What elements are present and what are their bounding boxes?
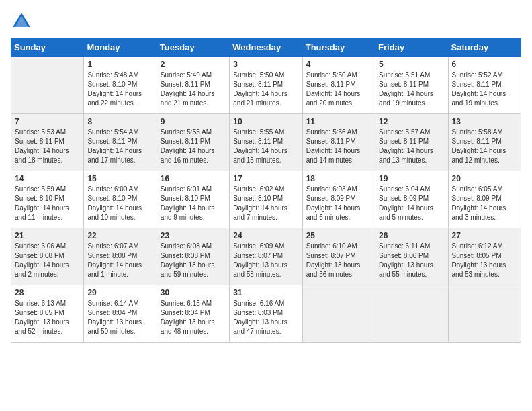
calendar-day-cell: 17 Sunrise: 6:02 AM Sunset: 8:10 PM Dayl… (230, 171, 302, 228)
calendar-day-cell (302, 285, 375, 342)
calendar-day-cell: 25 Sunrise: 6:10 AM Sunset: 8:07 PM Dayl… (302, 228, 375, 285)
day-number: 17 (233, 174, 298, 183)
calendar-day-cell: 8 Sunrise: 5:54 AM Sunset: 8:11 PM Dayli… (84, 114, 157, 171)
calendar-day-cell: 9 Sunrise: 5:55 AM Sunset: 8:11 PM Dayli… (157, 114, 229, 171)
day-number: 13 (452, 117, 517, 126)
calendar-day-cell: 28 Sunrise: 6:13 AM Sunset: 8:05 PM Dayl… (11, 285, 84, 342)
day-info: Sunrise: 5:48 AM Sunset: 8:10 PM Dayligh… (87, 71, 152, 108)
day-number: 14 (15, 174, 80, 183)
day-number: 19 (379, 174, 444, 183)
page-header (11, 11, 521, 32)
calendar-day-cell: 14 Sunrise: 5:59 AM Sunset: 8:10 PM Dayl… (11, 171, 84, 228)
day-info: Sunrise: 6:15 AM Sunset: 8:04 PM Dayligh… (161, 299, 226, 336)
weekday-header: Thursday (302, 38, 375, 57)
day-number: 8 (87, 117, 152, 126)
calendar-day-cell: 2 Sunrise: 5:49 AM Sunset: 8:11 PM Dayli… (157, 57, 229, 114)
day-info: Sunrise: 6:00 AM Sunset: 8:10 PM Dayligh… (87, 185, 152, 222)
day-number: 21 (15, 231, 80, 240)
day-info: Sunrise: 6:07 AM Sunset: 8:08 PM Dayligh… (87, 242, 152, 279)
calendar-day-cell: 4 Sunrise: 5:50 AM Sunset: 8:11 PM Dayli… (302, 57, 375, 114)
calendar-day-cell (11, 57, 84, 114)
day-number: 25 (306, 231, 371, 240)
calendar-week-row: 21 Sunrise: 6:06 AM Sunset: 8:08 PM Dayl… (11, 228, 521, 285)
calendar-day-cell: 20 Sunrise: 6:05 AM Sunset: 8:09 PM Dayl… (448, 171, 521, 228)
day-number: 12 (379, 117, 444, 126)
day-number: 15 (87, 174, 152, 183)
calendar-week-row: 28 Sunrise: 6:13 AM Sunset: 8:05 PM Dayl… (11, 285, 521, 342)
day-info: Sunrise: 6:02 AM Sunset: 8:10 PM Dayligh… (233, 185, 298, 222)
day-info: Sunrise: 6:06 AM Sunset: 8:08 PM Dayligh… (15, 242, 80, 279)
calendar-day-cell: 24 Sunrise: 6:09 AM Sunset: 8:07 PM Dayl… (230, 228, 302, 285)
day-number: 6 (452, 60, 517, 69)
calendar-day-cell: 23 Sunrise: 6:08 AM Sunset: 8:08 PM Dayl… (157, 228, 229, 285)
calendar-day-cell: 29 Sunrise: 6:14 AM Sunset: 8:04 PM Dayl… (84, 285, 157, 342)
day-info: Sunrise: 6:03 AM Sunset: 8:09 PM Dayligh… (306, 185, 371, 222)
day-number: 10 (233, 117, 298, 126)
day-info: Sunrise: 5:55 AM Sunset: 8:11 PM Dayligh… (233, 128, 298, 165)
day-info: Sunrise: 5:57 AM Sunset: 8:11 PM Dayligh… (379, 128, 444, 165)
day-number: 5 (379, 60, 444, 69)
calendar-day-cell: 16 Sunrise: 6:01 AM Sunset: 8:10 PM Dayl… (157, 171, 229, 228)
day-info: Sunrise: 6:13 AM Sunset: 8:05 PM Dayligh… (15, 299, 80, 336)
day-info: Sunrise: 5:52 AM Sunset: 8:11 PM Dayligh… (452, 71, 517, 108)
day-number: 24 (233, 231, 298, 240)
calendar-day-cell: 15 Sunrise: 6:00 AM Sunset: 8:10 PM Dayl… (84, 171, 157, 228)
day-number: 4 (306, 60, 371, 69)
weekday-header: Friday (375, 38, 448, 57)
day-info: Sunrise: 6:08 AM Sunset: 8:08 PM Dayligh… (161, 242, 226, 279)
day-number: 27 (452, 231, 517, 240)
day-info: Sunrise: 5:50 AM Sunset: 8:11 PM Dayligh… (306, 71, 371, 108)
calendar-day-cell: 3 Sunrise: 5:50 AM Sunset: 8:11 PM Dayli… (230, 57, 302, 114)
day-info: Sunrise: 6:12 AM Sunset: 8:05 PM Dayligh… (452, 242, 517, 279)
day-info: Sunrise: 6:11 AM Sunset: 8:06 PM Dayligh… (379, 242, 444, 279)
day-info: Sunrise: 5:59 AM Sunset: 8:10 PM Dayligh… (15, 185, 80, 222)
day-info: Sunrise: 6:10 AM Sunset: 8:07 PM Dayligh… (306, 242, 371, 279)
day-number: 28 (15, 288, 80, 298)
day-info: Sunrise: 6:04 AM Sunset: 8:09 PM Dayligh… (379, 185, 444, 222)
calendar-table: SundayMondayTuesdayWednesdayThursdayFrid… (11, 38, 521, 342)
calendar-day-cell: 30 Sunrise: 6:15 AM Sunset: 8:04 PM Dayl… (157, 285, 229, 342)
day-info: Sunrise: 5:55 AM Sunset: 8:11 PM Dayligh… (161, 128, 226, 165)
calendar-day-cell (448, 285, 521, 342)
day-number: 26 (379, 231, 444, 240)
logo (11, 11, 35, 32)
day-number: 1 (87, 60, 152, 69)
day-info: Sunrise: 5:50 AM Sunset: 8:11 PM Dayligh… (233, 71, 298, 108)
day-number: 30 (161, 288, 226, 298)
calendar-day-cell: 22 Sunrise: 6:07 AM Sunset: 8:08 PM Dayl… (84, 228, 157, 285)
day-info: Sunrise: 5:56 AM Sunset: 8:11 PM Dayligh… (306, 128, 371, 165)
weekday-header: Saturday (448, 38, 521, 57)
calendar-day-cell: 21 Sunrise: 6:06 AM Sunset: 8:08 PM Dayl… (11, 228, 84, 285)
calendar-day-cell: 5 Sunrise: 5:51 AM Sunset: 8:11 PM Dayli… (375, 57, 448, 114)
day-number: 7 (15, 117, 80, 126)
calendar-day-cell: 19 Sunrise: 6:04 AM Sunset: 8:09 PM Dayl… (375, 171, 448, 228)
calendar-day-cell: 31 Sunrise: 6:16 AM Sunset: 8:03 PM Dayl… (230, 285, 302, 342)
calendar-week-row: 1 Sunrise: 5:48 AM Sunset: 8:10 PM Dayli… (11, 57, 521, 114)
calendar-day-cell: 12 Sunrise: 5:57 AM Sunset: 8:11 PM Dayl… (375, 114, 448, 171)
day-info: Sunrise: 6:09 AM Sunset: 8:07 PM Dayligh… (233, 242, 298, 279)
calendar-day-cell (375, 285, 448, 342)
weekday-header: Sunday (11, 38, 84, 57)
day-number: 9 (161, 117, 226, 126)
calendar-day-cell: 18 Sunrise: 6:03 AM Sunset: 8:09 PM Dayl… (302, 171, 375, 228)
day-info: Sunrise: 5:54 AM Sunset: 8:11 PM Dayligh… (87, 128, 152, 165)
calendar-day-cell: 11 Sunrise: 5:56 AM Sunset: 8:11 PM Dayl… (302, 114, 375, 171)
day-number: 16 (161, 174, 226, 183)
calendar-day-cell: 13 Sunrise: 5:58 AM Sunset: 8:11 PM Dayl… (448, 114, 521, 171)
day-info: Sunrise: 5:58 AM Sunset: 8:11 PM Dayligh… (452, 128, 517, 165)
day-number: 23 (161, 231, 226, 240)
calendar-header-row: SundayMondayTuesdayWednesdayThursdayFrid… (11, 38, 521, 57)
day-number: 11 (306, 117, 371, 126)
day-info: Sunrise: 6:14 AM Sunset: 8:04 PM Dayligh… (87, 299, 152, 336)
day-info: Sunrise: 5:53 AM Sunset: 8:11 PM Dayligh… (15, 128, 80, 165)
day-info: Sunrise: 5:49 AM Sunset: 8:11 PM Dayligh… (161, 71, 226, 108)
calendar-day-cell: 1 Sunrise: 5:48 AM Sunset: 8:10 PM Dayli… (84, 57, 157, 114)
weekday-header: Wednesday (230, 38, 302, 57)
calendar-day-cell: 26 Sunrise: 6:11 AM Sunset: 8:06 PM Dayl… (375, 228, 448, 285)
day-number: 18 (306, 174, 371, 183)
day-number: 22 (87, 231, 152, 240)
calendar-week-row: 7 Sunrise: 5:53 AM Sunset: 8:11 PM Dayli… (11, 114, 521, 171)
day-number: 20 (452, 174, 517, 183)
calendar-week-row: 14 Sunrise: 5:59 AM Sunset: 8:10 PM Dayl… (11, 171, 521, 228)
calendar-day-cell: 10 Sunrise: 5:55 AM Sunset: 8:11 PM Dayl… (230, 114, 302, 171)
